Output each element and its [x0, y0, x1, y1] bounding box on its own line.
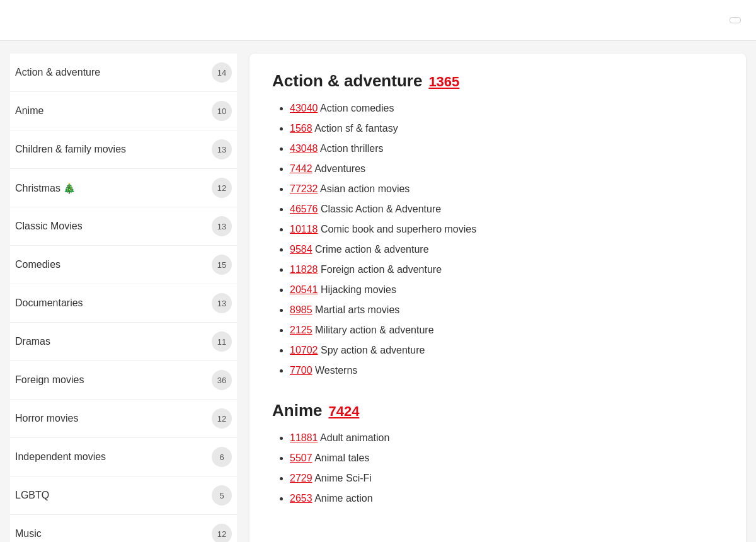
item-label-0-6: Comic book and superhero movies: [321, 224, 476, 234]
item-code-1-0[interactable]: 11881: [290, 432, 318, 443]
item-code-0-2[interactable]: 43048: [290, 143, 318, 154]
list-item: 2653 Anime action: [290, 491, 723, 506]
item-label-1-1: Animal tales: [314, 453, 369, 463]
list-item: 7442 Adventures: [290, 161, 723, 176]
category-section-1: Anime 7424 11881 Adult animation5507 Ani…: [272, 401, 723, 506]
list-item: 43048 Action thrillers: [290, 141, 723, 156]
sidebar-item-0[interactable]: Action & adventure 14: [10, 54, 237, 92]
sidebar-item-8[interactable]: Foreign movies 36: [10, 361, 237, 400]
sidebar: Action & adventure 14 Anime 10 Children …: [10, 54, 237, 542]
item-label-0-4: Asian action movies: [320, 183, 410, 194]
item-code-0-3[interactable]: 7442: [290, 163, 312, 174]
sidebar-badge-10: 6: [212, 447, 232, 467]
list-item: 5507 Animal tales: [290, 451, 723, 466]
item-label-0-0: Action comedies: [320, 103, 394, 113]
item-label-0-2: Action thrillers: [320, 143, 383, 154]
sidebar-item-4[interactable]: Classic Movies 13: [10, 207, 237, 246]
list-item: 1568 Action sf & fantasy: [290, 121, 723, 136]
header: [0, 0, 756, 41]
sidebar-item-12[interactable]: Music 12: [10, 515, 237, 542]
item-label-0-13: Westerns: [315, 365, 357, 376]
item-code-0-11[interactable]: 2125: [290, 325, 312, 335]
item-code-1-1[interactable]: 5507: [290, 453, 312, 463]
sidebar-badge-11: 5: [212, 485, 232, 505]
sidebar-item-11[interactable]: LGBTQ 5: [10, 476, 237, 515]
category-title-1: Anime: [272, 401, 322, 420]
item-label-0-9: Hijacking movies: [321, 284, 396, 295]
sidebar-item-3[interactable]: Christmas 🎄 12: [10, 169, 237, 207]
item-code-0-13[interactable]: 7700: [290, 365, 312, 376]
sidebar-item-9[interactable]: Horror movies 12: [10, 400, 237, 438]
list-item: 11828 Foreign action & adventure: [290, 262, 723, 277]
sidebar-item-label-11: LGBTQ: [15, 490, 49, 501]
sidebar-item-label-2: Children & family movies: [15, 144, 126, 155]
sidebar-item-label-9: Horror movies: [15, 413, 78, 424]
sidebar-badge-8: 36: [212, 370, 232, 390]
main-layout: Action & adventure 14 Anime 10 Children …: [0, 41, 756, 542]
item-code-0-1[interactable]: 1568: [290, 123, 312, 134]
item-code-0-0[interactable]: 43040: [290, 103, 318, 113]
item-label-1-0: Adult animation: [320, 432, 389, 443]
sidebar-item-label-6: Documentaries: [15, 297, 83, 309]
sidebar-item-6[interactable]: Documentaries 13: [10, 284, 237, 323]
sidebar-item-10[interactable]: Independent movies 6: [10, 438, 237, 476]
item-label-0-1: Action sf & fantasy: [314, 123, 398, 134]
sidebar-badge-9: 12: [212, 408, 232, 429]
item-code-1-3[interactable]: 2653: [290, 493, 312, 504]
sidebar-item-label-7: Dramas: [15, 336, 50, 347]
sidebar-badge-1: 10: [212, 101, 232, 121]
item-label-1-3: Anime action: [314, 493, 373, 504]
sidebar-item-label-0: Action & adventure: [15, 67, 100, 78]
item-code-0-8[interactable]: 11828: [290, 264, 318, 275]
list-item: 10702 Spy action & adventure: [290, 343, 723, 358]
sidebar-item-2[interactable]: Children & family movies 13: [10, 130, 237, 169]
category-list-0: 43040 Action comedies1568 Action sf & fa…: [272, 101, 723, 378]
category-title-0: Action & adventure: [272, 71, 422, 91]
list-item: 43040 Action comedies: [290, 101, 723, 116]
item-code-0-6[interactable]: 10118: [290, 224, 318, 234]
category-code-0[interactable]: 1365: [428, 74, 459, 90]
sidebar-badge-3: 12: [212, 178, 232, 198]
sidebar-badge-6: 13: [212, 293, 232, 313]
item-code-0-4[interactable]: 77232: [290, 183, 318, 194]
content-area: Action & adventure 1365 43040 Action com…: [249, 54, 746, 542]
list-item: 20541 Hijacking movies: [290, 282, 723, 297]
sidebar-item-label-10: Independent movies: [15, 451, 106, 463]
sidebar-item-label-8: Foreign movies: [15, 374, 84, 386]
sidebar-item-5[interactable]: Comedies 15: [10, 246, 237, 284]
item-code-0-9[interactable]: 20541: [290, 284, 318, 295]
list-item: 8985 Martial arts movies: [290, 303, 723, 318]
sidebar-badge-0: 14: [212, 62, 232, 83]
item-label-0-11: Military action & adventure: [315, 325, 434, 335]
category-section-0: Action & adventure 1365 43040 Action com…: [272, 71, 723, 378]
item-code-0-5[interactable]: 46576: [290, 204, 318, 214]
item-code-0-7[interactable]: 9584: [290, 244, 312, 255]
item-label-0-3: Adventures: [314, 163, 365, 174]
sidebar-badge-7: 11: [212, 332, 232, 352]
category-list-1: 11881 Adult animation5507 Animal tales27…: [272, 430, 723, 506]
list-item: 7700 Westerns: [290, 363, 723, 378]
sidebar-badge-12: 12: [212, 524, 232, 542]
item-label-0-7: Crime action & adventure: [315, 244, 429, 255]
item-code-1-2[interactable]: 2729: [290, 473, 312, 483]
sidebar-badge-5: 15: [212, 255, 232, 275]
sidebar-item-label-5: Comedies: [15, 259, 60, 270]
category-code-1[interactable]: 7424: [328, 403, 359, 420]
item-code-0-12[interactable]: 10702: [290, 345, 318, 355]
category-heading-1: Anime 7424: [272, 401, 723, 420]
list-item: 10118 Comic book and superhero movies: [290, 222, 723, 237]
item-label-1-2: Anime Sci-Fi: [314, 473, 372, 483]
language-button[interactable]: [730, 17, 741, 23]
list-item: 77232 Asian action movies: [290, 182, 723, 197]
list-item: 11881 Adult animation: [290, 430, 723, 446]
sidebar-item-1[interactable]: Anime 10: [10, 92, 237, 130]
item-label-0-5: Classic Action & Adventure: [321, 204, 441, 214]
item-label-0-10: Martial arts movies: [315, 304, 399, 315]
item-label-0-12: Spy action & adventure: [321, 345, 425, 355]
list-item: 46576 Classic Action & Adventure: [290, 202, 723, 217]
sidebar-item-label-12: Music: [15, 528, 42, 539]
item-label-0-8: Foreign action & adventure: [321, 264, 442, 275]
sidebar-item-label-3: Christmas 🎄: [15, 182, 76, 194]
item-code-0-10[interactable]: 8985: [290, 304, 312, 315]
sidebar-item-7[interactable]: Dramas 11: [10, 323, 237, 361]
